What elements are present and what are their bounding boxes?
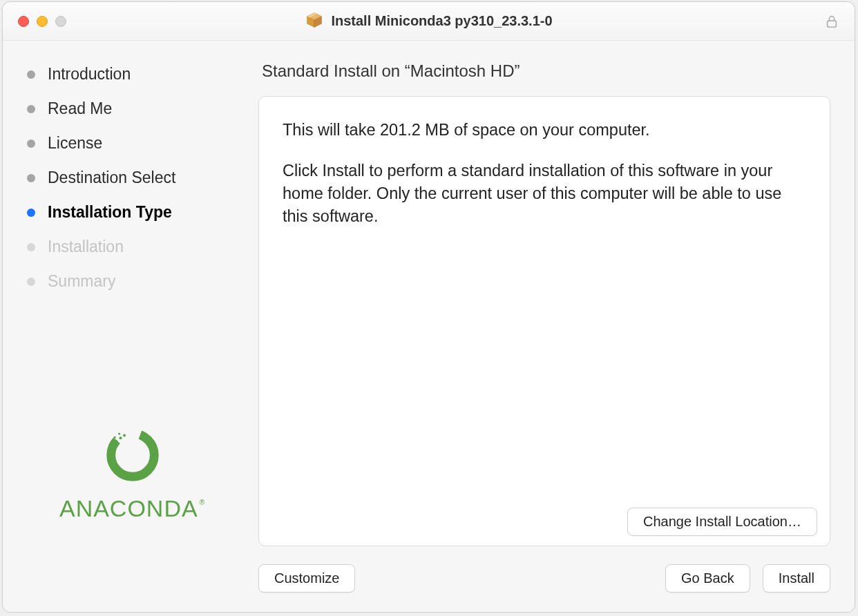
step-label: Installation — [48, 238, 124, 256]
svg-point-10 — [123, 434, 126, 437]
svg-point-13 — [110, 442, 112, 444]
bullet-icon — [27, 174, 35, 182]
svg-point-8 — [115, 440, 117, 443]
bullet-icon — [27, 139, 35, 148]
footer-buttons: Customize Go Back Install — [258, 564, 830, 593]
anaconda-wordmark: ANACONDA® — [59, 495, 205, 522]
anaconda-logo: ANACONDA® — [27, 423, 238, 522]
window-title: Install Miniconda3 py310_23.3.1-0 — [331, 13, 552, 29]
go-back-button[interactable]: Go Back — [665, 564, 750, 593]
step-label: Introduction — [48, 65, 131, 84]
change-install-location-button[interactable]: Change Install Location… — [627, 508, 817, 536]
bullet-icon — [27, 243, 35, 251]
content-text: This will take 201.2 MB of space on your… — [283, 119, 806, 246]
svg-marker-1 — [307, 16, 315, 27]
step-label: Summary — [48, 272, 115, 291]
traffic-lights — [18, 16, 66, 27]
step-installation: Installation — [27, 238, 238, 256]
svg-point-9 — [112, 445, 115, 448]
install-description-text: Click Install to perform a standard inst… — [283, 160, 806, 228]
svg-point-12 — [113, 436, 115, 439]
package-icon — [305, 10, 324, 32]
step-label: Installation Type — [48, 203, 172, 222]
step-introduction: Introduction — [27, 65, 238, 84]
customize-button[interactable]: Customize — [258, 564, 355, 593]
install-button[interactable]: Install — [763, 564, 830, 593]
step-installation-type: Installation Type — [27, 203, 238, 222]
step-list: Introduction Read Me License Destination… — [27, 65, 238, 291]
brand-text: ANACONDA — [59, 495, 198, 522]
step-destination-select: Destination Select — [27, 169, 238, 187]
svg-point-11 — [118, 433, 120, 435]
svg-marker-3 — [307, 12, 317, 17]
step-read-me: Read Me — [27, 99, 238, 118]
step-summary: Summary — [27, 272, 238, 291]
step-label: License — [48, 134, 102, 153]
bullet-icon — [27, 209, 35, 217]
lock-icon[interactable] — [823, 13, 841, 31]
page-heading: Standard Install on “Macintosh HD” — [262, 61, 830, 81]
zoom-window-button[interactable] — [55, 16, 66, 27]
installer-window: Install Miniconda3 py310_23.3.1-0 Introd… — [2, 1, 855, 613]
svg-point-7 — [119, 436, 122, 439]
close-window-button[interactable] — [18, 16, 29, 27]
minimize-window-button[interactable] — [37, 16, 48, 27]
anaconda-ring-icon — [101, 423, 164, 487]
svg-rect-4 — [828, 21, 837, 27]
svg-marker-0 — [307, 12, 322, 20]
bullet-icon — [27, 278, 35, 286]
step-label: Destination Select — [48, 169, 175, 187]
sidebar: Introduction Read Me License Destination… — [3, 41, 258, 612]
step-label: Read Me — [48, 99, 112, 118]
bullet-icon — [27, 70, 35, 79]
space-requirement-text: This will take 201.2 MB of space on your… — [283, 119, 806, 142]
title-wrap: Install Miniconda3 py310_23.3.1-0 — [17, 10, 841, 32]
svg-marker-2 — [314, 16, 322, 27]
bullet-icon — [27, 105, 35, 113]
main-panel: Standard Install on “Macintosh HD” This … — [258, 41, 855, 612]
titlebar: Install Miniconda3 py310_23.3.1-0 — [3, 2, 855, 41]
step-license: License — [27, 134, 238, 153]
content-box: This will take 201.2 MB of space on your… — [258, 96, 830, 546]
body: Introduction Read Me License Destination… — [3, 41, 855, 612]
